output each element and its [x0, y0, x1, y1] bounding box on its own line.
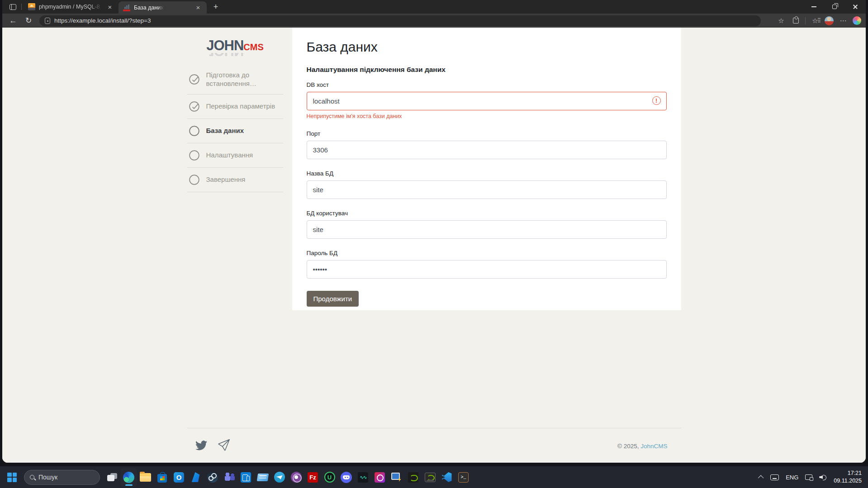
telegram-icon[interactable]	[218, 439, 230, 453]
db-host-error: Неприпустиме ім'я хоста бази даних	[307, 113, 667, 119]
computer-lightning-icon	[391, 473, 402, 482]
field-db-port: Порт	[307, 130, 667, 159]
printer-icon	[241, 472, 251, 483]
circle-icon	[188, 125, 200, 137]
check-circle-icon	[188, 73, 200, 85]
db-host-input[interactable]	[307, 92, 667, 110]
wave-app-button[interactable]: ∿∿	[355, 468, 371, 486]
twitter-icon[interactable]	[195, 439, 207, 453]
discord-button[interactable]	[338, 468, 355, 486]
new-tab-button[interactable]: +	[209, 0, 222, 13]
steam-icon	[207, 472, 218, 483]
db-host-label: DB хост	[307, 81, 667, 88]
window-app-button[interactable]	[254, 468, 271, 486]
tor-onion-icon	[291, 472, 302, 483]
mail-app-button[interactable]	[187, 468, 204, 486]
telegram-plane-icon	[274, 472, 285, 483]
error-exclamation-icon: !	[652, 96, 661, 105]
outlook-button[interactable]: O	[171, 468, 187, 486]
back-button[interactable]: ←	[7, 15, 19, 27]
teams-icon	[224, 473, 235, 482]
tray-time: 17:21	[834, 469, 862, 478]
device-app-button[interactable]	[237, 468, 254, 486]
url-text: https://example.local/install/?step=3	[54, 17, 151, 24]
extensions-icon[interactable]	[791, 16, 801, 26]
page-title: База даних	[307, 39, 667, 55]
favorites-list-icon[interactable]: ☆	[810, 16, 820, 26]
network-icon[interactable]	[805, 474, 812, 480]
steam-button[interactable]	[204, 468, 221, 486]
tor-browser-button[interactable]	[288, 468, 304, 486]
field-db-user: БД користувач	[307, 210, 667, 239]
language-indicator[interactable]: ENG	[786, 474, 798, 481]
folder-icon	[140, 473, 151, 482]
step-label: База даних	[206, 127, 244, 135]
db-name-input[interactable]	[307, 180, 667, 199]
copyright: © 2025, JohnCMS	[617, 443, 668, 450]
vscode-button[interactable]	[438, 468, 455, 486]
tab-close-icon[interactable]: ×	[194, 4, 202, 12]
terminal-icon: >_	[458, 472, 469, 483]
outlook-icon: O	[174, 472, 184, 483]
windows-logo-icon	[7, 473, 17, 482]
volume-icon[interactable]	[819, 474, 827, 480]
terminal-button[interactable]: >_	[455, 468, 472, 486]
edge-taskbar-button[interactable]	[120, 468, 137, 486]
edge-icon	[123, 472, 134, 483]
geforce-experience-button[interactable]	[422, 468, 438, 486]
johncms-link[interactable]: JohnCMS	[640, 443, 667, 450]
toolbar-divider	[805, 17, 806, 24]
site-info-icon[interactable]	[45, 18, 50, 24]
teams-button[interactable]	[221, 468, 237, 486]
minimize-button[interactable]	[803, 0, 824, 14]
start-button[interactable]	[4, 468, 20, 486]
more-menu-icon[interactable]: ⋯	[838, 16, 848, 26]
task-view-button[interactable]	[104, 468, 120, 486]
db-user-label: БД користувач	[307, 210, 667, 217]
installer-footer: © 2025, JohnCMS	[187, 428, 681, 463]
tab-phpmyadmin[interactable]: phpmyadmin / MySQL-8.4 / site | ×	[24, 0, 119, 14]
continue-button[interactable]: Продовжити	[307, 291, 359, 307]
tab-database-active[interactable]: База даних ×	[119, 1, 207, 14]
copilot-icon[interactable]	[853, 16, 861, 25]
search-input[interactable]	[38, 474, 88, 481]
clock[interactable]: 17:21 09.11.2025	[834, 469, 862, 485]
address-bar[interactable]: https://example.local/install/?step=3	[39, 15, 761, 26]
nvidia-settings-button[interactable]	[405, 468, 422, 486]
microsoft-store-button[interactable]	[154, 468, 171, 486]
remote-connection-button[interactable]	[388, 468, 405, 486]
field-db-name: Назва БД	[307, 170, 667, 199]
logo-reflection: JOHNCMS	[187, 53, 283, 58]
tab-close-icon[interactable]: ×	[106, 3, 114, 11]
filezilla-button[interactable]: Fz	[304, 468, 321, 486]
telegram-button[interactable]	[271, 468, 288, 486]
db-port-input[interactable]	[307, 141, 667, 159]
step-settings: Налаштування	[187, 143, 283, 168]
favorite-star-icon[interactable]: ☆	[776, 16, 786, 26]
db-port-label: Порт	[307, 130, 667, 137]
tray-chevron-up-icon[interactable]	[758, 475, 764, 481]
step-label: Підготовка до встановлення…	[206, 71, 282, 88]
keyboard-icon[interactable]	[770, 474, 779, 480]
profile-avatar[interactable]	[825, 16, 834, 25]
media-app-button[interactable]	[371, 468, 388, 486]
system-tray: ENG 17:21 09.11.2025	[759, 469, 862, 485]
taskbar-search[interactable]	[24, 470, 100, 485]
check-circle-icon	[188, 100, 200, 113]
step-database: База даних	[187, 119, 283, 143]
circle-icon	[188, 149, 200, 161]
restore-button[interactable]	[824, 0, 845, 14]
db-password-input[interactable]	[307, 260, 667, 279]
iobit-uninstaller-button[interactable]: U	[321, 468, 338, 486]
logo-cms: CMS	[243, 42, 263, 52]
tab-actions-button[interactable]	[6, 1, 19, 13]
file-explorer-button[interactable]	[137, 468, 154, 486]
tab-title: phpmyadmin / MySQL-8.4 / site |	[39, 4, 102, 10]
nvidia-eye-icon	[408, 472, 418, 483]
db-user-input[interactable]	[307, 220, 667, 239]
refresh-button[interactable]: ↻	[22, 15, 35, 27]
field-db-password: Пароль БД	[307, 250, 667, 279]
task-view-icon	[107, 473, 117, 481]
close-icon	[853, 4, 858, 9]
close-button[interactable]	[845, 0, 866, 14]
